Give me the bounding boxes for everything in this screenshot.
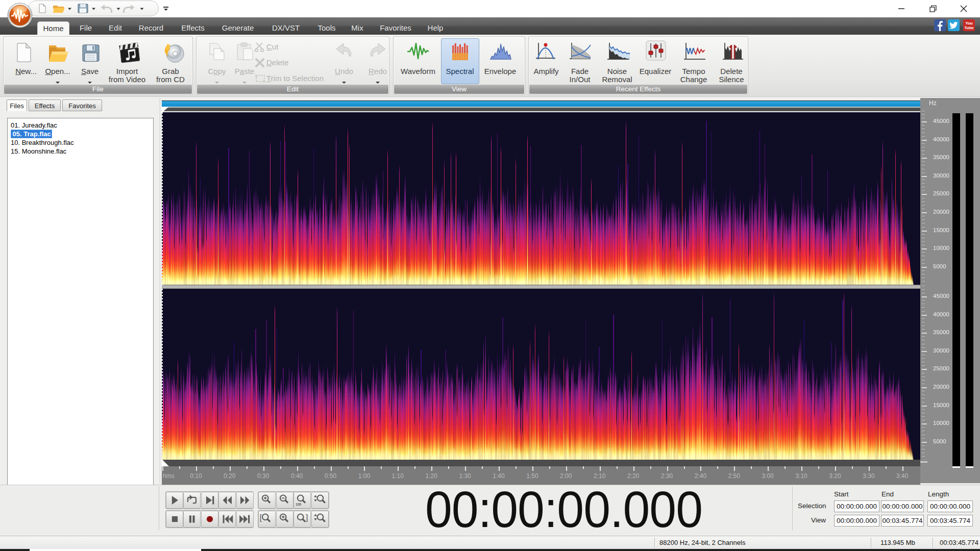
- svg-text:[: [: [259, 513, 262, 522]
- svg-text:100: 100: [296, 503, 302, 506]
- svg-text:]: ]: [306, 513, 308, 522]
